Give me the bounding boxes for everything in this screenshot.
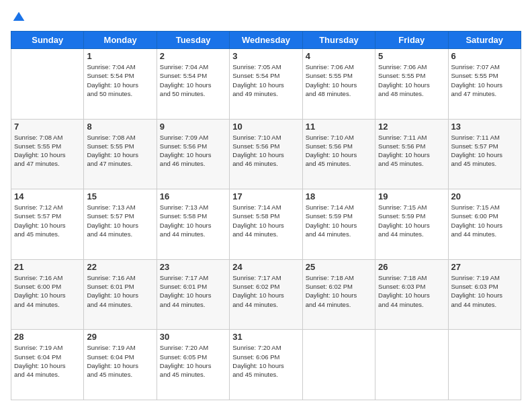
calendar-week-row: 1Sunrise: 7:04 AM Sunset: 5:54 PM Daylig… xyxy=(11,49,521,120)
calendar-cell: 3Sunrise: 7:05 AM Sunset: 5:54 PM Daylig… xyxy=(230,49,302,120)
calendar-cell xyxy=(375,330,448,400)
day-info: Sunrise: 7:11 AM Sunset: 5:56 PM Dayligh… xyxy=(378,133,445,169)
calendar-week-row: 28Sunrise: 7:19 AM Sunset: 6:04 PM Dayli… xyxy=(11,330,521,400)
day-info: Sunrise: 7:13 AM Sunset: 5:58 PM Dayligh… xyxy=(160,203,226,238)
calendar-cell xyxy=(302,330,375,400)
day-info: Sunrise: 7:17 AM Sunset: 6:01 PM Dayligh… xyxy=(160,273,226,309)
day-number: 18 xyxy=(306,191,372,201)
day-number: 14 xyxy=(14,191,81,201)
calendar-cell: 6Sunrise: 7:07 AM Sunset: 5:55 PM Daylig… xyxy=(448,49,521,120)
calendar: SundayMondayTuesdayWednesdayThursdayFrid… xyxy=(11,31,521,400)
calendar-cell: 30Sunrise: 7:20 AM Sunset: 6:05 PM Dayli… xyxy=(157,330,229,400)
day-info: Sunrise: 7:15 AM Sunset: 5:59 PM Dayligh… xyxy=(378,203,445,238)
calendar-cell: 5Sunrise: 7:06 AM Sunset: 5:55 PM Daylig… xyxy=(375,49,448,120)
calendar-cell: 20Sunrise: 7:15 AM Sunset: 6:00 PM Dayli… xyxy=(448,189,521,260)
calendar-cell: 31Sunrise: 7:20 AM Sunset: 6:06 PM Dayli… xyxy=(230,330,302,400)
day-info: Sunrise: 7:07 AM Sunset: 5:55 PM Dayligh… xyxy=(451,62,518,98)
day-info: Sunrise: 7:15 AM Sunset: 6:00 PM Dayligh… xyxy=(451,203,518,238)
day-number: 21 xyxy=(14,262,81,272)
day-info: Sunrise: 7:19 AM Sunset: 6:04 PM Dayligh… xyxy=(14,343,81,379)
calendar-cell: 9Sunrise: 7:09 AM Sunset: 5:56 PM Daylig… xyxy=(157,119,229,189)
day-info: Sunrise: 7:16 AM Sunset: 6:01 PM Dayligh… xyxy=(87,273,153,309)
page: SundayMondayTuesdayWednesdayThursdayFrid… xyxy=(0,0,532,411)
logo-icon xyxy=(12,11,26,24)
day-number: 27 xyxy=(451,262,518,272)
day-number: 28 xyxy=(14,332,81,342)
weekday-header: Tuesday xyxy=(157,32,229,49)
calendar-cell: 25Sunrise: 7:18 AM Sunset: 6:02 PM Dayli… xyxy=(302,259,375,330)
calendar-cell: 12Sunrise: 7:11 AM Sunset: 5:56 PM Dayli… xyxy=(375,119,448,189)
calendar-cell: 19Sunrise: 7:15 AM Sunset: 5:59 PM Dayli… xyxy=(375,189,448,260)
weekday-header: Wednesday xyxy=(230,32,302,49)
day-number: 8 xyxy=(87,122,153,132)
calendar-cell: 26Sunrise: 7:18 AM Sunset: 6:03 PM Dayli… xyxy=(375,259,448,330)
calendar-cell: 28Sunrise: 7:19 AM Sunset: 6:04 PM Dayli… xyxy=(11,330,84,400)
calendar-cell xyxy=(11,49,84,120)
day-info: Sunrise: 7:04 AM Sunset: 5:54 PM Dayligh… xyxy=(87,62,153,98)
day-info: Sunrise: 7:14 AM Sunset: 5:59 PM Dayligh… xyxy=(306,203,372,238)
calendar-week-row: 14Sunrise: 7:12 AM Sunset: 5:57 PM Dayli… xyxy=(11,189,521,260)
day-info: Sunrise: 7:10 AM Sunset: 5:56 PM Dayligh… xyxy=(232,133,299,169)
calendar-cell: 23Sunrise: 7:17 AM Sunset: 6:01 PM Dayli… xyxy=(157,259,229,330)
day-number: 11 xyxy=(306,122,372,132)
day-info: Sunrise: 7:14 AM Sunset: 5:58 PM Dayligh… xyxy=(232,203,299,238)
day-number: 26 xyxy=(378,262,445,272)
weekday-header: Thursday xyxy=(302,32,375,49)
day-info: Sunrise: 7:08 AM Sunset: 5:55 PM Dayligh… xyxy=(14,133,81,169)
calendar-cell: 29Sunrise: 7:19 AM Sunset: 6:04 PM Dayli… xyxy=(84,330,157,400)
calendar-cell: 15Sunrise: 7:13 AM Sunset: 5:57 PM Dayli… xyxy=(84,189,157,260)
day-info: Sunrise: 7:06 AM Sunset: 5:55 PM Dayligh… xyxy=(378,62,445,98)
day-number: 22 xyxy=(87,262,153,272)
day-number: 17 xyxy=(232,191,299,201)
calendar-cell: 21Sunrise: 7:16 AM Sunset: 6:00 PM Dayli… xyxy=(11,259,84,330)
weekday-header: Monday xyxy=(84,32,157,49)
weekday-header: Saturday xyxy=(448,32,521,49)
svg-marker-0 xyxy=(13,12,25,21)
calendar-cell: 4Sunrise: 7:06 AM Sunset: 5:55 PM Daylig… xyxy=(302,49,375,120)
day-info: Sunrise: 7:09 AM Sunset: 5:56 PM Dayligh… xyxy=(160,133,226,169)
day-number: 9 xyxy=(160,122,226,132)
day-info: Sunrise: 7:17 AM Sunset: 6:02 PM Dayligh… xyxy=(232,273,299,309)
day-number: 16 xyxy=(160,191,226,201)
day-number: 7 xyxy=(14,122,81,132)
day-info: Sunrise: 7:06 AM Sunset: 5:55 PM Dayligh… xyxy=(306,62,372,98)
day-info: Sunrise: 7:05 AM Sunset: 5:54 PM Dayligh… xyxy=(232,62,299,98)
calendar-cell: 10Sunrise: 7:10 AM Sunset: 5:56 PM Dayli… xyxy=(230,119,302,189)
day-number: 12 xyxy=(378,122,445,132)
day-number: 2 xyxy=(160,51,226,61)
day-number: 20 xyxy=(451,191,518,201)
day-number: 23 xyxy=(160,262,226,272)
day-info: Sunrise: 7:13 AM Sunset: 5:57 PM Dayligh… xyxy=(87,203,153,238)
calendar-cell: 7Sunrise: 7:08 AM Sunset: 5:55 PM Daylig… xyxy=(11,119,84,189)
calendar-cell: 18Sunrise: 7:14 AM Sunset: 5:59 PM Dayli… xyxy=(302,189,375,260)
calendar-cell: 22Sunrise: 7:16 AM Sunset: 6:01 PM Dayli… xyxy=(84,259,157,330)
day-info: Sunrise: 7:10 AM Sunset: 5:56 PM Dayligh… xyxy=(306,133,372,169)
day-info: Sunrise: 7:04 AM Sunset: 5:54 PM Dayligh… xyxy=(160,62,226,98)
day-number: 3 xyxy=(232,51,299,61)
weekday-header: Friday xyxy=(375,32,448,49)
day-number: 29 xyxy=(87,332,153,342)
weekday-header-row: SundayMondayTuesdayWednesdayThursdayFrid… xyxy=(11,32,521,49)
calendar-cell: 14Sunrise: 7:12 AM Sunset: 5:57 PM Dayli… xyxy=(11,189,84,260)
day-info: Sunrise: 7:20 AM Sunset: 6:05 PM Dayligh… xyxy=(160,343,226,379)
calendar-week-row: 7Sunrise: 7:08 AM Sunset: 5:55 PM Daylig… xyxy=(11,119,521,189)
calendar-cell: 1Sunrise: 7:04 AM Sunset: 5:54 PM Daylig… xyxy=(84,49,157,120)
day-info: Sunrise: 7:18 AM Sunset: 6:02 PM Dayligh… xyxy=(306,273,372,309)
day-number: 25 xyxy=(306,262,372,272)
day-number: 1 xyxy=(87,51,153,61)
day-number: 4 xyxy=(306,51,372,61)
day-number: 30 xyxy=(160,332,226,342)
day-number: 5 xyxy=(378,51,445,61)
day-info: Sunrise: 7:12 AM Sunset: 5:57 PM Dayligh… xyxy=(14,203,81,238)
day-number: 13 xyxy=(451,122,518,132)
calendar-week-row: 21Sunrise: 7:16 AM Sunset: 6:00 PM Dayli… xyxy=(11,259,521,330)
day-info: Sunrise: 7:08 AM Sunset: 5:55 PM Dayligh… xyxy=(87,133,153,169)
day-info: Sunrise: 7:20 AM Sunset: 6:06 PM Dayligh… xyxy=(232,343,299,379)
calendar-cell: 13Sunrise: 7:11 AM Sunset: 5:57 PM Dayli… xyxy=(448,119,521,189)
calendar-cell xyxy=(448,330,521,400)
day-number: 24 xyxy=(232,262,299,272)
calendar-cell: 16Sunrise: 7:13 AM Sunset: 5:58 PM Dayli… xyxy=(157,189,229,260)
day-info: Sunrise: 7:18 AM Sunset: 6:03 PM Dayligh… xyxy=(378,273,445,309)
calendar-cell: 8Sunrise: 7:08 AM Sunset: 5:55 PM Daylig… xyxy=(84,119,157,189)
day-number: 6 xyxy=(451,51,518,61)
